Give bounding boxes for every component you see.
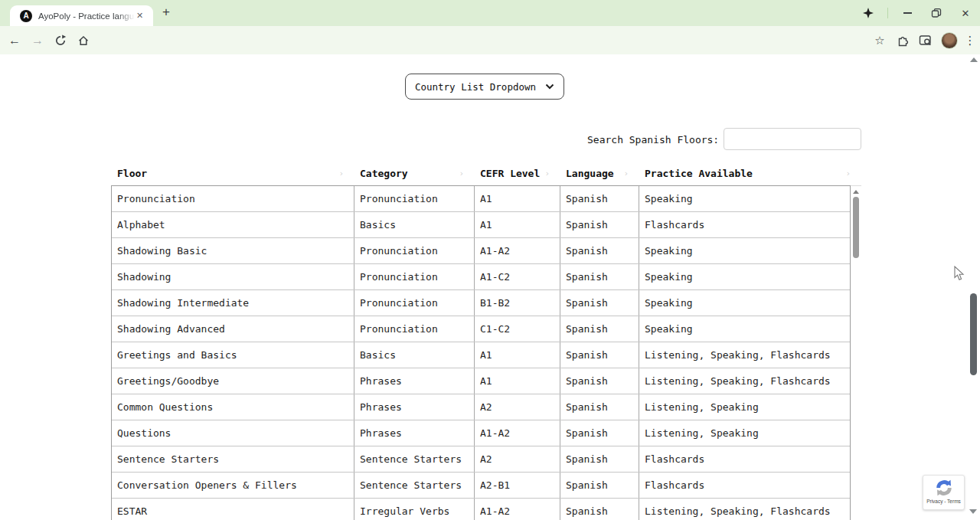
sort-chevron-icon[interactable]: ›: [544, 168, 550, 178]
table-row[interactable]: PronunciationPronunciationA1SpanishSpeak…: [112, 186, 850, 212]
recaptcha-badge[interactable]: Privacy - Terms: [923, 475, 965, 510]
table-cell: Spanish: [560, 342, 639, 368]
table-row[interactable]: ESTARIrregular VerbsA1-A2SpanishListenin…: [112, 499, 850, 520]
page-scrollbar-thumb[interactable]: [970, 293, 977, 375]
table-row[interactable]: Greetings/GoodbyePhrasesA1SpanishListeni…: [112, 368, 850, 394]
sort-chevron-icon[interactable]: ›: [623, 168, 629, 178]
country-list-dropdown[interactable]: Country List Dropdown: [405, 74, 564, 100]
recaptcha-logo-icon: [934, 478, 954, 498]
table-row[interactable]: Greetings and BasicsBasicsA1SpanishListe…: [112, 342, 850, 368]
minimize-button[interactable]: [893, 0, 922, 26]
close-window-button[interactable]: ✕: [951, 0, 980, 26]
search-label: Search Spanish Floors:: [587, 134, 719, 146]
page-scroll-down-arrow-icon[interactable]: [969, 509, 977, 514]
floor-search-input[interactable]: [724, 128, 861, 150]
reload-icon[interactable]: [49, 26, 72, 54]
table-cell: Listening, Speaking, Flashcards: [639, 342, 850, 368]
table-cell: ESTAR: [112, 499, 354, 520]
column-header-cefr-level[interactable]: CEFR Level›: [474, 162, 560, 185]
divider: [887, 8, 888, 18]
table-cell: A1-A2: [475, 420, 560, 446]
table-cell: Basics: [354, 342, 475, 368]
table-header-row: Floor›Category›CEFR Level›Language›Pract…: [111, 162, 861, 185]
country-list-dropdown-label: Country List Dropdown: [415, 81, 536, 93]
table-cell: Phrases: [354, 368, 475, 394]
table-cell: Spanish: [560, 420, 639, 446]
column-header-category[interactable]: Category›: [354, 162, 474, 185]
table-cell: Conversation Openers & Fillers: [112, 473, 354, 498]
sort-chevron-icon[interactable]: ›: [845, 168, 851, 178]
table-cell: A1: [475, 186, 560, 211]
table-cell: Pronunciation: [354, 316, 475, 342]
table-row[interactable]: Shadowing IntermediatePronunciationB1-B2…: [112, 290, 850, 316]
table-cell: Phrases: [354, 420, 475, 446]
table-cell: A1-C2: [475, 264, 560, 289]
restore-window-button[interactable]: [922, 0, 951, 26]
table-cell: Shadowing: [112, 264, 354, 289]
table-cell: Speaking: [639, 186, 850, 211]
table-row[interactable]: QuestionsPhrasesA1-A2SpanishListening, S…: [112, 420, 850, 446]
sort-chevron-icon[interactable]: ›: [338, 168, 344, 178]
table-cell: A2-B1: [475, 473, 560, 498]
profile-avatar[interactable]: [941, 32, 958, 49]
table-cell: Speaking: [639, 316, 850, 342]
browser-tab-active[interactable]: A AyoPoly - Practice language le ✕: [10, 5, 153, 26]
table-cell: A2: [475, 446, 560, 472]
tab-close-icon[interactable]: ✕: [136, 11, 143, 21]
table-cell: Sentence Starters: [354, 446, 475, 472]
column-header-language[interactable]: Language›: [560, 162, 639, 185]
browser-tab-strip: A AyoPoly - Practice language le ✕ + ✕: [0, 0, 980, 26]
table-scrollbar[interactable]: [851, 185, 861, 520]
extensions-icon[interactable]: [891, 26, 914, 54]
recaptcha-privacy-terms[interactable]: Privacy - Terms: [926, 499, 961, 504]
table-row[interactable]: Sentence StartersSentence StartersA2Span…: [112, 446, 850, 473]
table-cell: A1-A2: [475, 499, 560, 520]
column-header-practice-available[interactable]: Practice Available›: [639, 162, 861, 185]
table-row[interactable]: AlphabetBasicsA1SpanishFlashcards: [112, 212, 850, 238]
table-row[interactable]: Conversation Openers & FillersSentence S…: [112, 473, 850, 499]
new-tab-button[interactable]: +: [162, 5, 170, 20]
table-cell: Sentence Starters: [354, 473, 475, 498]
table-row[interactable]: ShadowingPronunciationA1-C2SpanishSpeaki…: [112, 264, 850, 290]
table-row[interactable]: Common QuestionsPhrasesA2SpanishListenin…: [112, 394, 850, 420]
table-cell: Spanish: [560, 316, 639, 342]
table-cell: Shadowing Basic: [112, 238, 354, 263]
table-cell: Greetings/Goodbye: [112, 368, 354, 394]
table-cell: Shadowing Intermediate: [112, 290, 354, 316]
column-header-label: Language: [566, 168, 614, 179]
table-cell: Common Questions: [112, 394, 354, 420]
table-cell: Spanish: [560, 264, 639, 289]
three-dot-menu-icon[interactable]: ⋮: [962, 26, 978, 54]
table-row[interactable]: Shadowing BasicPronunciationA1-A2Spanish…: [112, 238, 850, 264]
column-header-floor[interactable]: Floor›: [111, 162, 354, 185]
scroll-up-arrow-icon[interactable]: [853, 190, 859, 194]
sparkle-icon[interactable]: [857, 0, 880, 26]
table-cell: C1-C2: [475, 316, 560, 342]
back-icon[interactable]: ←: [3, 26, 26, 54]
table-cell: Spanish: [560, 186, 639, 211]
table-cell: Flashcards: [639, 473, 850, 498]
table-cell: Greetings and Basics: [112, 342, 354, 368]
home-icon[interactable]: [72, 26, 95, 54]
table-cell: Spanish: [560, 446, 639, 472]
table-cell: Listening, Speaking: [639, 420, 850, 446]
table-row[interactable]: Shadowing AdvancedPronunciationC1-C2Span…: [112, 316, 850, 342]
table-cell: Spanish: [560, 394, 639, 420]
table-cell: Basics: [354, 212, 475, 237]
table-cell: Pronunciation: [354, 238, 475, 263]
site-favicon-icon: A: [20, 10, 32, 22]
table-cell: Speaking: [639, 238, 850, 263]
table-cell: Irregular Verbs: [354, 499, 475, 520]
search-in-page-icon[interactable]: [914, 26, 937, 54]
sort-chevron-icon[interactable]: ›: [459, 168, 464, 178]
floors-table-body: PronunciationPronunciationA1SpanishSpeak…: [111, 185, 851, 520]
page-scroll-up-arrow-icon[interactable]: [970, 57, 978, 62]
table-cell: Spanish: [560, 499, 639, 520]
table-cell: Spanish: [560, 473, 639, 498]
bookmark-star-icon[interactable]: ☆: [868, 26, 891, 54]
table-scrollbar-thumb[interactable]: [853, 197, 859, 258]
chevron-down-icon: [545, 83, 554, 90]
table-cell: Spanish: [560, 368, 639, 394]
table-cell: Alphabet: [112, 212, 354, 237]
column-header-label: Practice Available: [645, 168, 753, 179]
